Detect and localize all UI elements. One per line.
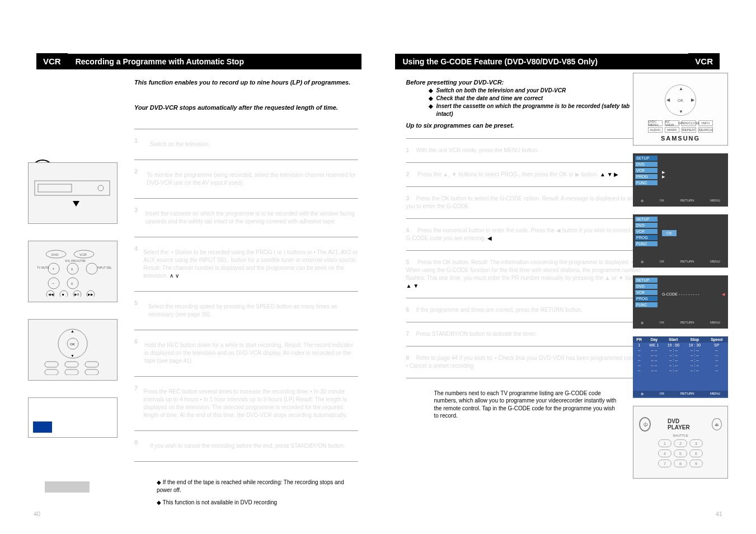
rstep-2: Press the ▲, ▼ buttons to select PROG., … bbox=[417, 171, 598, 177]
svg-text:DVD: DVD bbox=[51, 253, 59, 256]
svg-text:TV MUTE: TV MUTE bbox=[37, 266, 50, 269]
left-steps: 1Switch on the television. 2To monitor t… bbox=[134, 129, 358, 462]
numeric-keys: 1 2 3 4 5 6 7 8 9 bbox=[658, 439, 703, 467]
prog-up-icon: ∧ bbox=[170, 273, 173, 279]
dvd-player-logo: DVD PLAYER bbox=[668, 418, 695, 430]
schedule-table: PR Day Start Stop Speed 1WE 119 : 0019 :… bbox=[633, 336, 728, 373]
rstep-4: Press the numerical button to enter the … bbox=[406, 227, 640, 241]
up-triangle-icon-2: ▲ bbox=[406, 283, 412, 289]
left-notes: If the end of the tape is reached while … bbox=[157, 479, 358, 507]
record-indicator-icon bbox=[33, 421, 52, 433]
schedule-row: ---- ---- : ---- : ---- bbox=[633, 358, 728, 363]
gcode-entry-field: G-CODE - - - - - - - - - bbox=[662, 292, 699, 296]
rstep-5: Press the OK button. Result: The informa… bbox=[406, 259, 646, 281]
shuttle-label: SHUTTLE bbox=[673, 434, 688, 437]
schedule-row: ---- ---- : ---- : ---- bbox=[633, 348, 728, 353]
svg-text:OK: OK bbox=[70, 343, 75, 346]
svg-text:▶II: ▶II bbox=[74, 293, 79, 296]
down-triangle-icon-2: ▼ bbox=[413, 283, 419, 289]
ok-chip: OK bbox=[662, 230, 677, 236]
gcode-note: The numbers next to each TV programme li… bbox=[434, 390, 619, 420]
remote-upper-icon: DVD VCR + − ∧ ∨ TV MUTE INPUT SEL. VOL P… bbox=[34, 246, 112, 297]
up-triangle-icon: ▲ bbox=[600, 171, 605, 177]
rstep-1: With the unit VCR mode, press the MENU b… bbox=[416, 147, 539, 153]
svg-text:+: + bbox=[52, 266, 55, 271]
remote-dpad-illustration: OK ▲ ▼ bbox=[28, 319, 118, 381]
left-body: This function enables you to record up t… bbox=[134, 78, 358, 507]
svg-rect-32 bbox=[45, 362, 58, 367]
remote-buttons-illustration-1: DVD VCR + − ∧ ∨ TV MUTE INPUT SEL. VOL P… bbox=[28, 241, 118, 302]
svg-text:∧: ∧ bbox=[71, 267, 73, 271]
samsung-remote-illustration: ▲ ▼ ◀ ▶ DISC MENU EZ VIEW OPEN/CLOSE INF… bbox=[633, 73, 728, 146]
svg-text:VOL   PROG/TRK: VOL PROG/TRK bbox=[65, 259, 86, 263]
samsung-logo: SAMSUNG bbox=[661, 135, 700, 142]
down-triangle-icon: ▼ bbox=[607, 171, 613, 177]
numeric-remote-illustration: ⏻ DVD PLAYER ⏏ SHUTTLE 1 2 3 4 5 6 7 8 9 bbox=[633, 406, 728, 479]
rstep-8: Refer to page 44 if you wish to: • Check… bbox=[406, 355, 645, 369]
right-steps: 1With the unit VCR mode, press the MENU … bbox=[406, 138, 647, 378]
vcr-front-panel-illustration bbox=[28, 162, 118, 224]
menu-arrows: ▶▶ bbox=[662, 170, 725, 179]
note-1: If the end of the tape is reached while … bbox=[157, 479, 358, 494]
step-3: Insert the cassette on which the program… bbox=[145, 210, 358, 226]
prog-down-icon: ∨ bbox=[175, 273, 179, 279]
svg-point-2 bbox=[98, 185, 104, 191]
remote-row-2: AUDIO MARK REPEAT SEARCH bbox=[648, 127, 713, 133]
pre-foot: Up to six programmes can be preset. bbox=[406, 121, 647, 130]
pre-item-1: Switch on both the television and your D… bbox=[429, 87, 647, 95]
left-illustrations: DVD VCR + − ∧ ∨ TV MUTE INPUT SEL. VOL P… bbox=[28, 162, 123, 438]
step-6: Hold the REC button down for a while to … bbox=[144, 341, 358, 365]
osd-menu-1: SETUP DVD VCR PROG FUNC ▶▶ ⚙OKRETURNMENU bbox=[633, 153, 728, 207]
svg-text:■: ■ bbox=[62, 293, 64, 296]
right-page: Before presetting your DVD-VCR: Switch o… bbox=[389, 50, 734, 507]
svg-rect-34 bbox=[85, 362, 98, 367]
right-body: Before presetting your DVD-VCR: Switch o… bbox=[406, 78, 647, 420]
step-8: If you wish to cancel the recording befo… bbox=[150, 442, 345, 450]
remote-dpad-icon: OK ▲ ▼ bbox=[34, 325, 112, 375]
schedule-row: 1WE 119 : 0019 : 30SP bbox=[633, 343, 728, 348]
svg-text:−: − bbox=[52, 281, 55, 286]
svg-text:▲: ▲ bbox=[71, 329, 74, 333]
svg-text:▼: ▼ bbox=[71, 354, 74, 358]
osd-menu-2: SETUP DVD VCR PROG FUNC OK ⚙OKRETURNMENU bbox=[633, 214, 728, 268]
intro-line-1: This function enables you to record up t… bbox=[134, 78, 358, 87]
back-arrow-icon: ◀ bbox=[722, 292, 725, 297]
svg-text:INPUT SEL.: INPUT SEL. bbox=[97, 266, 112, 269]
left-triangle-icon: ◀ bbox=[487, 235, 492, 241]
rstep-6: If the programme and times are correct, … bbox=[416, 307, 583, 313]
note-2: This function is not available in DVD re… bbox=[157, 499, 358, 507]
svg-rect-37 bbox=[85, 369, 98, 375]
svg-rect-1 bbox=[38, 184, 72, 192]
dpad-icon: ▲ ▼ ◀ ▶ bbox=[665, 85, 696, 116]
svg-text:VCR: VCR bbox=[79, 253, 87, 256]
osd-menu-3: SETUP DVD VCR PROG FUNC G-CODE - - - - -… bbox=[633, 275, 728, 329]
schedule-row: ---- ---- : ---- : ---- bbox=[633, 353, 728, 358]
page-number-right: 41 bbox=[716, 510, 722, 517]
schedule-row: ---- ---- : ---- : ---- bbox=[633, 368, 728, 373]
svg-text:∨: ∨ bbox=[71, 282, 73, 285]
right-illustrations: ▲ ▼ ◀ ▶ DISC MENU EZ VIEW OPEN/CLOSE INF… bbox=[633, 73, 734, 479]
left-page: DVD VCR + − ∧ ∨ TV MUTE INPUT SEL. VOL P… bbox=[22, 50, 367, 507]
intro-line-2: Your DVD-VCR stops automatically after t… bbox=[134, 104, 358, 112]
pre-title: Before presetting your DVD-VCR: bbox=[406, 78, 647, 87]
svg-rect-0 bbox=[35, 181, 110, 195]
schedule-table-osd: PR Day Start Stop Speed 1WE 119 : 0019 :… bbox=[633, 336, 728, 398]
side-tab-stripe bbox=[45, 481, 90, 493]
step-7: Press the REC button several times to in… bbox=[143, 388, 358, 419]
step-2: To monitor the programme being recorded,… bbox=[147, 171, 358, 187]
step-1: Switch on the television. bbox=[150, 140, 210, 148]
svg-rect-33 bbox=[65, 362, 78, 367]
page-number-left: 40 bbox=[34, 510, 40, 517]
svg-rect-36 bbox=[65, 369, 78, 375]
svg-text:◀◀: ◀◀ bbox=[48, 293, 54, 296]
step-4: Select the: • Station to be recorded usi… bbox=[143, 249, 358, 280]
remote-row-1: DISC MENU EZ VIEW OPEN/CLOSE INFO bbox=[648, 120, 713, 126]
vcr-panel-icon bbox=[34, 176, 112, 210]
right-triangle-icon: ▶ bbox=[614, 171, 618, 177]
record-osd-illustration bbox=[28, 397, 118, 438]
standby-icon: ⏻ bbox=[639, 417, 651, 432]
eject-icon: ⏏ bbox=[712, 418, 722, 430]
schedule-row: ---- ---- : ---- : ---- bbox=[633, 363, 728, 368]
svg-point-15 bbox=[86, 263, 97, 274]
rstep-3: Press the OK button to select the G-CODE… bbox=[406, 195, 640, 209]
